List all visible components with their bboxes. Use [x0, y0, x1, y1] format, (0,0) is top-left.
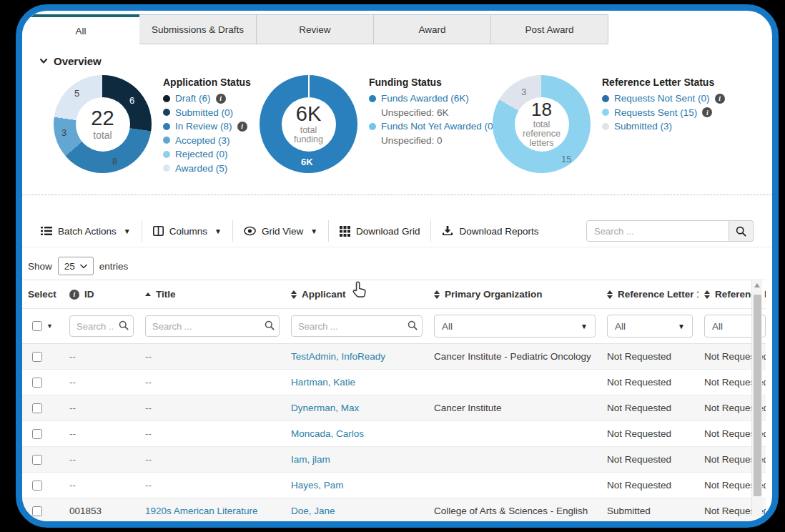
applicant-link[interactable]: Hayes, Pam	[291, 480, 344, 491]
legend-title: Reference Letter Status	[602, 77, 725, 88]
table-row[interactable]: -- -- Moncada, Carlos Not Requested Not …	[22, 421, 766, 447]
sort-icon[interactable]	[291, 290, 297, 299]
table-row[interactable]: -- -- TestAdmin, InfoReady Cancer Instit…	[22, 344, 766, 370]
legend-item-requests-not-sent[interactable]: Requests Not Sent (0) i	[602, 92, 725, 106]
row-checkbox[interactable]	[32, 481, 42, 491]
sort-icon[interactable]	[704, 290, 710, 299]
col-applicant[interactable]: Applicant	[285, 280, 428, 309]
search-icon[interactable]	[408, 320, 418, 330]
search-input[interactable]	[586, 220, 729, 242]
vertical-scrollbar[interactable]	[751, 279, 762, 516]
legend-item-in-review[interactable]: In Review (8) i	[163, 119, 251, 134]
ring-label: 6	[129, 95, 134, 106]
table-row[interactable]: 001853 1920s American Literature Doe, Ja…	[22, 498, 766, 524]
tab-post-award[interactable]: Post Award	[491, 14, 608, 44]
row-checkbox[interactable]	[32, 403, 42, 413]
legend-item-submitted[interactable]: Submitted (0)	[163, 106, 251, 120]
table-row[interactable]: -- -- Hartman, Katie Not Requested Not R…	[22, 370, 766, 395]
ring-label: 8	[112, 156, 117, 167]
row-checkbox[interactable]	[32, 352, 42, 362]
batch-actions-label: Batch Actions	[58, 226, 117, 237]
legend-item-funds-awarded[interactable]: Funds Awarded (6K)	[369, 92, 496, 106]
table-row[interactable]: -- -- Dynerman, Max Cancer Institute Not…	[22, 395, 766, 421]
col-title[interactable]: Title	[139, 280, 285, 309]
search-button[interactable]	[729, 220, 754, 242]
download-grid-button[interactable]: Download Grid	[340, 226, 420, 237]
info-icon[interactable]: i	[69, 290, 79, 300]
col-reference-letter-1[interactable]: Reference Letter 1	[601, 280, 698, 309]
row-checkbox[interactable]	[32, 506, 42, 516]
info-icon[interactable]: i	[702, 107, 712, 117]
row-checkbox[interactable]	[32, 429, 42, 439]
title-link[interactable]: 1920s American Literature	[145, 506, 258, 516]
application-status-donut[interactable]: 6 8 3 5 22 total	[54, 75, 152, 173]
legend-item-submitted[interactable]: Submitted (3)	[602, 119, 725, 134]
applicant-filter-input[interactable]	[291, 315, 423, 337]
page-size-select[interactable]: 25	[58, 257, 94, 275]
tab-submissions-drafts[interactable]: Submissions & Drafts	[139, 14, 257, 44]
search-icon[interactable]	[265, 320, 275, 330]
info-icon[interactable]: i	[715, 94, 725, 104]
ref1-filter-select[interactable]: All▼	[607, 315, 693, 338]
applicant-link[interactable]: TestAdmin, InfoReady	[291, 351, 385, 362]
applicant-link[interactable]: Hartman, Katie	[291, 377, 355, 388]
tab-award[interactable]: Award	[374, 14, 491, 44]
info-icon[interactable]: i	[237, 122, 247, 132]
reference-letter-donut[interactable]: 3 15 18 total reference letters	[493, 75, 591, 173]
tab-all[interactable]: All	[22, 14, 139, 44]
total-label: total reference letters	[520, 120, 564, 148]
caret-down-icon: ▼	[581, 322, 588, 330]
tab-bar: All Submissions & Drafts Review Award Po…	[22, 14, 772, 44]
overview-header[interactable]: Overview	[39, 55, 772, 66]
applicant-link[interactable]: Moncada, Carlos	[291, 428, 364, 439]
table-row[interactable]: -- -- Iam, jlam Not Requested Not Reques…	[22, 447, 766, 473]
bullet-icon	[602, 123, 609, 130]
col-id[interactable]: iID	[64, 280, 139, 309]
reference-letter-status-chart: 3 15 18 total reference letters Referenc…	[493, 75, 725, 173]
funding-status-donut[interactable]: 6K 6K total funding	[260, 75, 357, 173]
application-status-legend: Application Status Draft (6) i Submitted…	[163, 75, 251, 175]
legend-label: Accepted (3)	[175, 134, 230, 148]
info-icon[interactable]: i	[216, 94, 226, 104]
grid-toolbar: Batch Actions ▼ Columns ▼ Grid View ▼ Do…	[22, 215, 772, 247]
caret-down-icon: ▼	[310, 227, 317, 235]
columns-button[interactable]: Columns ▼	[153, 226, 222, 237]
row-checkbox[interactable]	[32, 378, 42, 388]
applicant-link[interactable]: Dynerman, Max	[291, 403, 359, 413]
title-filter-input[interactable]	[145, 315, 280, 337]
legend-item-requests-sent[interactable]: Requests Sent (15) i	[602, 106, 725, 120]
legend-item-draft[interactable]: Draft (6) i	[163, 92, 251, 106]
selected-option: All	[442, 321, 453, 332]
legend-item-funds-not-awarded[interactable]: Funds Not Yet Awarded (0)	[369, 119, 496, 134]
cell-ref1: Not Requested	[607, 377, 671, 388]
caret-down-icon[interactable]: ▼	[46, 322, 53, 330]
grid-view-button[interactable]: Grid View ▼	[244, 226, 317, 237]
download-reports-button[interactable]: Download Reports	[442, 226, 538, 237]
cell-id: 001853	[69, 506, 102, 516]
columns-icon	[153, 226, 164, 236]
applicant-link[interactable]: Iam, jlam	[291, 454, 330, 465]
title-filter	[145, 315, 280, 337]
tab-review[interactable]: Review	[257, 14, 374, 44]
legend-item-accepted[interactable]: Accepted (3)	[163, 134, 251, 148]
applicant-link[interactable]: Doe, Jane	[291, 506, 335, 516]
legend-item-awarded[interactable]: Awarded (5)	[163, 162, 251, 176]
scroll-up-icon[interactable]	[754, 283, 760, 287]
search-icon[interactable]	[119, 320, 129, 330]
sort-icon[interactable]	[607, 290, 613, 299]
sort-asc-icon[interactable]	[145, 292, 151, 296]
scrollbar-thumb[interactable]	[754, 295, 761, 496]
legend-item-rejected[interactable]: Rejected (0)	[163, 147, 251, 162]
bullet-icon	[163, 109, 170, 116]
col-primary-organization[interactable]: Primary Organization	[428, 280, 601, 309]
donut-center: 22 total	[76, 97, 130, 152]
table-row[interactable]: -- -- Hayes, Pam Not Requested Not Reque…	[22, 473, 766, 498]
select-all-checkbox[interactable]	[32, 321, 42, 331]
org-filter-select[interactable]: All▼	[434, 315, 596, 338]
batch-actions-button[interactable]: Batch Actions ▼	[41, 226, 131, 237]
row-checkbox[interactable]	[32, 455, 42, 465]
cell-id: --	[69, 480, 76, 491]
legend-label: Submitted (3)	[614, 119, 672, 134]
header-row: Select iID Title Applicant Primary Organ…	[22, 280, 766, 309]
sort-icon[interactable]	[434, 290, 440, 299]
